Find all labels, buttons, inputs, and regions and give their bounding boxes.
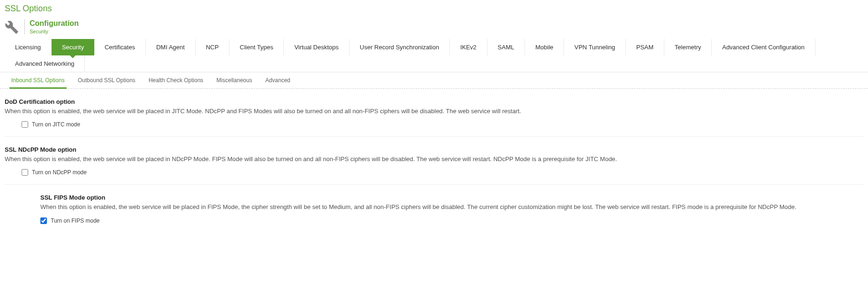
checkbox-label-fips[interactable]: Turn on FIPS mode — [51, 217, 99, 224]
subtab-health-check-options[interactable]: Health Check Options — [142, 72, 210, 88]
section-desc-ndcpp: When this option is enabled, the web ser… — [5, 155, 863, 163]
section-heading-fips: SSL FIPS Mode option — [40, 194, 863, 201]
content: DoD Certification option When this optio… — [0, 89, 868, 232]
subtab-outbound-ssl-options[interactable]: Outbound SSL Options — [71, 72, 142, 88]
section-dod: DoD Certification option When this optio… — [5, 89, 863, 137]
section-desc-dod: When this option is enabled, the web ser… — [5, 107, 863, 116]
subtab-miscellaneous[interactable]: Miscellaneous — [210, 72, 259, 88]
page-title: SSL Options — [0, 0, 868, 19]
header: Configuration Security — [0, 19, 868, 39]
tab-ncp[interactable]: NCP — [196, 39, 229, 55]
wrench-icon — [5, 20, 19, 34]
checkbox-jitc-mode[interactable] — [22, 121, 28, 128]
subtab-advanced[interactable]: Advanced — [259, 72, 297, 88]
tab-ikev2[interactable]: IKEv2 — [450, 39, 487, 55]
tab-security[interactable]: Security — [52, 39, 94, 55]
tab-vpn-tunneling[interactable]: VPN Tunneling — [564, 39, 626, 55]
sub-tabs: Inbound SSL OptionsOutbound SSL OptionsH… — [0, 72, 868, 89]
section-fips: SSL FIPS Mode option When this option is… — [5, 185, 863, 232]
checkbox-label-ndcpp[interactable]: Turn on NDcPP mode — [32, 169, 87, 176]
subtab-inbound-ssl-options[interactable]: Inbound SSL Options — [5, 72, 71, 88]
tab-mobile[interactable]: Mobile — [525, 39, 564, 55]
tab-client-types[interactable]: Client Types — [229, 39, 284, 55]
checkbox-fips-mode[interactable] — [40, 217, 47, 224]
tab-psam[interactable]: PSAM — [626, 39, 664, 55]
checkbox-ndcpp-mode[interactable] — [22, 169, 28, 176]
section-ndcpp: SSL NDcPP Mode option When this option i… — [5, 137, 863, 185]
tab-saml[interactable]: SAML — [487, 39, 525, 55]
primary-tabs: LicensingSecurityCertificatesDMI AgentNC… — [0, 39, 868, 72]
section-desc-fips: When this option is enabled, the web ser… — [40, 203, 863, 211]
tab-virtual-desktops[interactable]: Virtual Desktops — [284, 39, 349, 55]
header-title: Configuration — [30, 19, 79, 28]
tab-licensing[interactable]: Licensing — [5, 39, 52, 55]
tab-dmi-agent[interactable]: DMI Agent — [146, 39, 196, 55]
section-heading-dod: DoD Certification option — [5, 98, 863, 105]
section-heading-ndcpp: SSL NDcPP Mode option — [5, 146, 863, 153]
tab-user-record-synchronization[interactable]: User Record Synchronization — [350, 39, 450, 55]
tab-certificates[interactable]: Certificates — [94, 39, 146, 55]
checkbox-label-jitc[interactable]: Turn on JITC mode — [32, 121, 80, 128]
tab-advanced-networking[interactable]: Advanced Networking — [5, 55, 85, 72]
tab-advanced-client-configuration[interactable]: Advanced Client Configuration — [712, 39, 815, 55]
tab-telemetry[interactable]: Telemetry — [664, 39, 712, 55]
header-subtitle: Security — [30, 29, 79, 34]
